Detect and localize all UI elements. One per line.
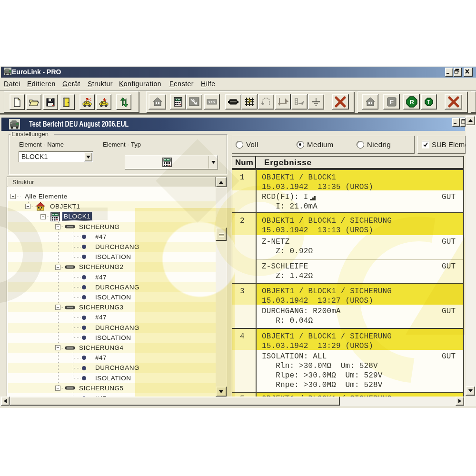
svg-text:F: F bbox=[390, 99, 394, 106]
svg-text:T: T bbox=[427, 99, 430, 105]
svg-text:R: R bbox=[409, 99, 414, 106]
